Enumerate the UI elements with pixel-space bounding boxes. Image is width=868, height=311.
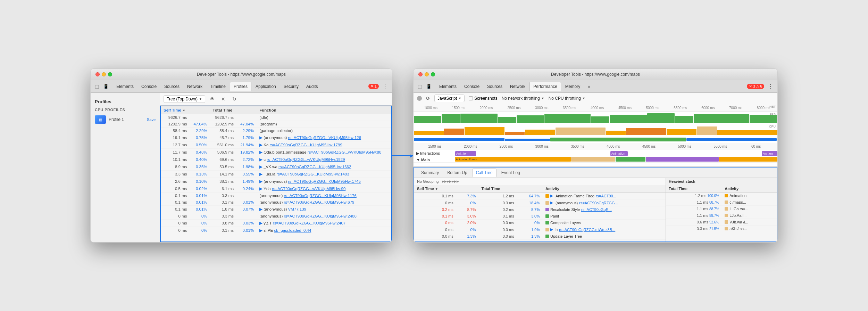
tab-console[interactable]: Console [138, 82, 160, 91]
table-row[interactable]: 2.6 ms 0.10% 38.1 ms 1.49% ▶(anonymous) … [161, 178, 391, 185]
profile-item[interactable]: ▤ Profile 1 Save [91, 113, 160, 126]
clear-button[interactable]: ✕ [219, 95, 227, 103]
col-self-time-header[interactable]: Self Time ▼ [161, 106, 190, 114]
expand-icon[interactable]: ▶ [550, 194, 553, 198]
close-button[interactable] [95, 72, 100, 76]
perf-maximize-button[interactable] [431, 72, 435, 76]
hs-color-indicator [725, 194, 728, 197]
hs-activity-name: c /maps... [729, 200, 746, 204]
table-row[interactable]: 0.5 ms 0.02% 6.1 ms 0.24% ▶Yda rs=ACT90o… [161, 185, 391, 193]
table-row[interactable]: 58.4 ms 2.29% 58.4 ms 2.29% (garbage col… [161, 128, 391, 134]
ct-activity-header[interactable]: Activity [543, 185, 666, 193]
tab-application[interactable]: Application [252, 82, 279, 91]
table-row[interactable]: 0 ms 0% 0.8 ms 0.03% ▶yB.T rs=ACT90oGqRZ… [161, 220, 391, 227]
reload-button[interactable]: ⟳ [426, 96, 430, 101]
table-row[interactable]: 0.6 ms 52.6% VJb.wa /l... [666, 219, 777, 226]
perf-device-icon[interactable]: 📱 [425, 83, 432, 90]
table-row[interactable]: 1202.9 ms 47.04% 1202.9 ms 47.04% (progr… [161, 121, 391, 128]
perf-minimize-button[interactable] [425, 72, 429, 76]
tab-security[interactable]: Security [280, 82, 302, 91]
perf-tab-elements[interactable]: Elements [436, 82, 460, 91]
perf-tab-performance[interactable]: Performance [529, 82, 561, 91]
js-chevron-icon: ▼ [458, 97, 461, 100]
table-row[interactable]: 1.2 ms 100.0% Animation [666, 193, 777, 199]
table-row[interactable]: 1.1 ms 88.7% c /maps... [666, 199, 777, 206]
hs-activity-name: LJb.Aa l... [729, 213, 746, 218]
tab-bar-right: ✕ 1 ⋮ [368, 82, 389, 90]
perf-inspect-icon[interactable]: ⬚ [416, 83, 423, 90]
maximize-button[interactable] [108, 72, 112, 76]
tab-audits[interactable]: Audits [303, 82, 321, 91]
table-row[interactable]: 0.0 ms 1.3% 0.0 ms 1.3% Update Layer Tre… [414, 233, 666, 240]
perf-tab-network[interactable]: Network [507, 82, 529, 91]
tab-network[interactable]: Network [184, 82, 206, 91]
col-total-time-header[interactable]: Total Time [210, 106, 237, 114]
table-row[interactable]: 9626.7 ms 9626.7 ms (idle) [161, 114, 391, 121]
ruler-mark: 5000 ms [639, 106, 667, 110]
perf-tab-more[interactable]: » [584, 82, 594, 91]
device-icon[interactable]: 📱 [102, 83, 109, 90]
table-row[interactable]: 0.1 ms 0.01% 0.3 ms (anonymous) rs=ACT90… [161, 193, 391, 199]
expand-icon[interactable]: ▶ [550, 200, 553, 205]
refresh-button[interactable]: ↻ [230, 95, 239, 103]
table-row[interactable]: 10.1 ms 0.40% 69.6 ms 2.72% ▶c rs=ACT90o… [161, 156, 391, 163]
table-row[interactable]: 1.1 ms 88.7% LJb.Aa l... [666, 212, 777, 219]
cpu-throttle-select[interactable]: No CPU throttling ▼ [549, 96, 585, 101]
table-row[interactable]: 0.3 ms 21.5% aKb /ma... [666, 226, 777, 232]
more-menu-button[interactable]: ⋮ [381, 82, 389, 90]
minimize-button[interactable] [102, 72, 106, 76]
perf-tab-console[interactable]: Console [461, 82, 483, 91]
table-row[interactable]: 1.1 ms 88.7% iL.Ga rs=... [666, 206, 777, 212]
screenshots-checkbox-label[interactable]: Screenshots [469, 96, 498, 101]
table-row[interactable]: 11.7 ms 0.46% 506.9 ms 19.82% ▶Oda.b.por… [161, 149, 391, 156]
screenshots-checkbox[interactable] [469, 96, 473, 100]
tab-profiles[interactable]: Profiles [230, 82, 251, 91]
tab-bottom-up[interactable]: Bottom-Up [444, 169, 470, 177]
save-link[interactable]: Save [147, 117, 156, 122]
table-row[interactable]: 19.1 ms 0.75% 45.7 ms 1.79% ▶(anonymous)… [161, 134, 391, 141]
table-row[interactable]: 8.9 ms 0.35% 50.5 ms 1.98% ▶_VK.wa rs=AC… [161, 163, 391, 171]
ct-self-time-header[interactable]: Self Time ▼ [414, 185, 456, 193]
ct-self-pct-header [456, 185, 479, 193]
activity-link[interactable]: rs=ACT90oGqRZGGxuWo-z8B... [559, 228, 615, 232]
main-flame-chart[interactable]: Animation Frame [455, 157, 777, 162]
record-button[interactable] [417, 96, 422, 101]
tab-timeline[interactable]: Timeline [207, 82, 229, 91]
inspect-icon[interactable]: ⬚ [93, 83, 100, 90]
activity-link[interactable]: rs=ACT90oGqRZGG... [579, 201, 618, 205]
perf-tab-sources[interactable]: Sources [484, 82, 506, 91]
tab-elements[interactable]: Elements [113, 82, 137, 91]
perf-close-button[interactable] [418, 72, 423, 76]
table-row[interactable]: 0 ms 0% 0.0 ms 1.9% ▶ b [414, 226, 666, 233]
table-row[interactable]: 0.1 ms 7.3% 1.2 ms 64.7% ▶ Animation Fr [414, 193, 666, 199]
table-row[interactable]: 0 ms 0% 0.3 ms (anonymous) rs=ACT90oGqRZ… [161, 213, 391, 220]
table-row[interactable]: 0.2 ms 8.7% 0.2 ms 8.7% Recalculate Styl… [414, 206, 666, 213]
perf-tab-memory[interactable]: Memory [562, 82, 584, 91]
connector-arrow [392, 152, 413, 159]
table-row[interactable]: 12.7 ms 0.50% 561.0 ms 21.94% ▶Ka rs=ACT… [161, 141, 391, 149]
table-row[interactable]: 0.1 ms 0.01% 0.1 ms 0.01% (anonymous) rs… [161, 199, 391, 206]
table-row[interactable]: 0.1 ms 3.0% 0.1 ms 3.0% Paint [414, 213, 666, 220]
eye-button[interactable]: 👁 [208, 95, 216, 103]
view-select[interactable]: Tree (Top Down) ▼ [164, 95, 205, 103]
table-row[interactable]: 0 ms 0% 0.3 ms 18.4% ▶ (anonymous) [414, 199, 666, 206]
ct-total-time-header[interactable]: Total Time [478, 185, 517, 193]
perf-more-menu-button[interactable]: ⋮ [766, 82, 775, 90]
ruler-mark: 2500 ms [500, 106, 528, 110]
col-function-header[interactable]: Function [257, 106, 391, 114]
hs-activity-header[interactable]: Activity [722, 185, 777, 193]
table-row[interactable]: 3.3 ms 0.13% 14.1 ms 0.55% ▶_.as.la rs=A… [161, 171, 391, 178]
tab-event-log[interactable]: Event Log [498, 169, 524, 177]
expand-icon[interactable]: ▶ [550, 227, 553, 232]
table-row[interactable]: 0.1 ms 0.01% 1.8 ms 0.07% ▶(anonymous) V… [161, 206, 391, 213]
tab-summary[interactable]: Summary [418, 169, 442, 177]
hs-total-time-header[interactable]: Total Time [666, 185, 722, 193]
tab-call-tree[interactable]: Call Tree [472, 169, 496, 177]
activity-link[interactable]: rs=ACT90... [596, 194, 616, 198]
activity-link[interactable]: rs=ACT90oGqR... [581, 207, 612, 212]
table-row[interactable]: 0 ms 2.0% 0.0 ms 0% Composite Layers [414, 220, 666, 226]
tab-sources[interactable]: Sources [161, 82, 183, 91]
network-throttle-select[interactable]: No network throttling ▼ [502, 96, 544, 101]
js-select[interactable]: JavaScript ▼ [434, 95, 465, 102]
table-row[interactable]: 0 ms 0% 0.1 ms 0.01% ▶sl.PE cb=gapi.load… [161, 227, 391, 234]
